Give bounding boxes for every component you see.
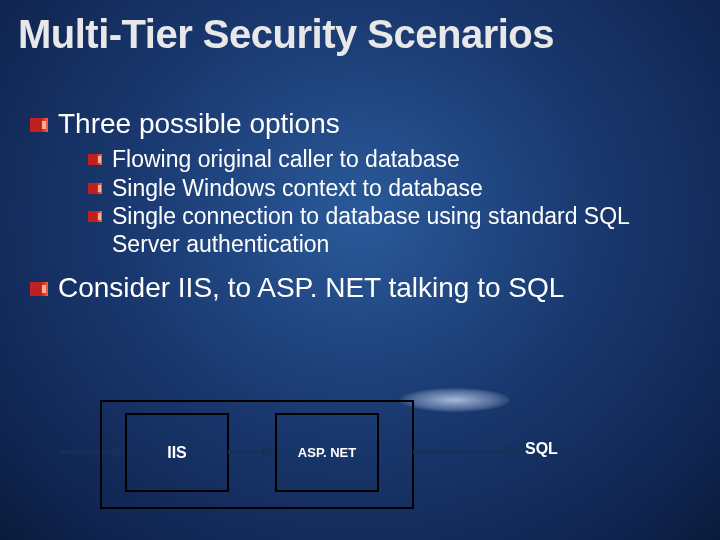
bullet-text: Single connection to database using stan… (112, 203, 690, 258)
bullet-icon (88, 154, 102, 165)
bullet-level2: Single Windows context to database (88, 175, 690, 203)
sql-label: SQL (525, 440, 558, 458)
slide-body: Three possible options Flowing original … (30, 100, 690, 310)
bullet-level2: Flowing original caller to database (88, 146, 690, 174)
aspnet-box: ASP. NET (275, 413, 379, 492)
bullet-level1: Three possible options (30, 108, 690, 140)
arrow-icon (413, 442, 521, 462)
bullet-text: Consider IIS, to ASP. NET talking to SQL (58, 272, 690, 304)
bullet-text: Three possible options (58, 108, 690, 140)
bullet-text: Flowing original caller to database (112, 146, 690, 174)
bullet-icon (30, 118, 48, 132)
bullet-level1: Consider IIS, to ASP. NET talking to SQL (30, 272, 690, 304)
iis-box: IIS (125, 413, 229, 492)
bullet-text: Single Windows context to database (112, 175, 690, 203)
bullet-icon (88, 211, 102, 222)
bullet-icon (30, 282, 48, 296)
bullet-level2: Single connection to database using stan… (88, 203, 690, 258)
svg-marker-5 (508, 445, 521, 459)
slide-title: Multi-Tier Security Scenarios (18, 12, 554, 57)
decorative-highlight (400, 388, 510, 412)
arrow-icon (228, 442, 275, 462)
svg-marker-3 (262, 445, 275, 459)
architecture-diagram: IIS ASP. NET SQL (60, 400, 660, 520)
bullet-icon (88, 183, 102, 194)
